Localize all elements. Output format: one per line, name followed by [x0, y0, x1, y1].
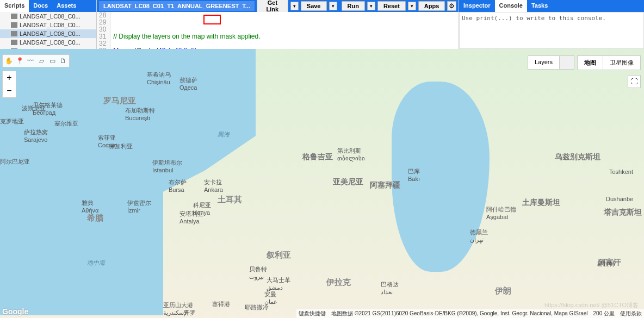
city-label: 巴格达بغداد	[381, 280, 399, 296]
file-icon	[11, 22, 17, 28]
file-list: LANDSAT_LC08_C0... LANDSAT_LC08_C0... LA…	[0, 12, 96, 49]
save-button[interactable]: Save	[301, 1, 327, 11]
city-label: 阿什哈巴德Aşgabat	[486, 205, 516, 220]
tab-console[interactable]: Console	[495, 0, 527, 12]
country-label: 塔吉克斯坦	[604, 208, 642, 217]
fullscreen-icon[interactable]: ⛶	[628, 75, 641, 88]
save-dropdown[interactable]: ▾	[329, 2, 337, 10]
zoom-out-button[interactable]: −	[3, 84, 16, 97]
file-icon	[11, 31, 17, 36]
run-button[interactable]: Run	[342, 1, 365, 11]
map[interactable]: ✋ 📍 〰 ▱ ▭ 🗋 + − Layers 地图 卫星图像 ⛶ 罗马尼亚 希腊…	[0, 49, 644, 318]
file-item[interactable]: LANDSAT_LC08_C0...	[0, 21, 96, 29]
city-label: 亚历山大港الإسكندرية	[163, 301, 193, 316]
console-panel: Inspector Console Tasks Use print(...) t…	[459, 0, 644, 49]
country-label: 伊拉克	[326, 277, 351, 288]
reset-dropdown[interactable]: ▾	[408, 2, 416, 10]
city-label: 赫拉特	[597, 260, 615, 268]
new-layer-icon[interactable]: 🗋	[58, 56, 68, 66]
code-lines[interactable]: // Display the layers on the map with ma…	[111, 12, 356, 49]
maptype-satellite-button[interactable]: 卫星图像	[603, 56, 640, 70]
watermark: https://blog.csdn.net/ @51CTO博客	[544, 301, 639, 309]
scripts-panel: Scripts Docs Assets LANDSAT_LC08_C0... L…	[0, 0, 97, 49]
map-toolbox: ✋ 📍 〰 ▱ ▭ 🗋	[2, 54, 70, 67]
city-label: 安卡拉Ankara	[204, 178, 223, 193]
zoom-in-button[interactable]: +	[3, 71, 16, 84]
tab-tasks[interactable]: Tasks	[527, 0, 552, 12]
maptype-map-button[interactable]: 地图	[578, 56, 603, 70]
google-logo: Google	[2, 307, 28, 316]
zoom-control: + −	[2, 71, 16, 98]
right-tabs: Inspector Console Tasks	[459, 0, 644, 12]
tab-scripts[interactable]: Scripts	[0, 0, 29, 12]
city-label: Toshkent	[609, 169, 633, 175]
city-label: 科尼亚Konya	[193, 201, 211, 216]
caspian-sea	[392, 82, 490, 272]
country-label: 格鲁吉亚	[302, 152, 333, 162]
city-label: Dushanbe	[606, 196, 633, 202]
apps-button[interactable]: Apps	[418, 1, 445, 11]
polygon-tool-icon[interactable]: ▱	[36, 56, 46, 66]
gear-icon[interactable]: ⚙	[447, 1, 456, 11]
terms-link[interactable]: 使用条款	[620, 310, 642, 317]
file-icon	[11, 14, 17, 19]
country-label: 亚美尼亚	[333, 177, 363, 187]
line-gutter: 282930313233	[97, 12, 111, 49]
hand-tool-icon[interactable]: ✋	[4, 56, 14, 66]
city-label: 塞得港	[212, 300, 230, 308]
marker-tool-icon[interactable]: 📍	[15, 56, 24, 66]
script-title[interactable]: LANDSAT_LC08_C01_T1_ANNUAL_GREENEST_T...	[99, 1, 255, 11]
get-link-dropdown[interactable]: ▾	[290, 2, 299, 10]
city-label: 耶路撒冷	[245, 303, 269, 311]
country-label: 叙利亚	[267, 250, 291, 260]
reset-button[interactable]: Reset	[377, 1, 406, 11]
line-tool-icon[interactable]: 〰	[26, 56, 35, 66]
city-label: 贝鲁特بيروت	[249, 265, 267, 280]
mediterranean-sea	[0, 190, 163, 315]
editor-toolbar: LANDSAT_LC08_C01_T1_ANNUAL_GREENEST_T...…	[97, 0, 459, 12]
highlight-box	[203, 15, 221, 24]
tab-docs[interactable]: Docs	[29, 0, 52, 12]
map-attribution: 键盘快捷键 地图数据 ©2021 GS(2011)6020 GeoBasis-D…	[296, 309, 644, 318]
rect-tool-icon[interactable]: ▭	[47, 56, 57, 66]
layers-button[interactable]: Layers	[528, 56, 560, 69]
file-icon	[11, 40, 17, 45]
country-label: 阿富汗	[598, 258, 621, 267]
file-item[interactable]: LANDSAT_LC08_C0...	[0, 12, 96, 21]
shortcuts-link[interactable]: 键盘快捷键	[299, 310, 326, 317]
city-label: 第比利斯თბილისი	[337, 147, 365, 162]
country-label: 土库曼斯坦	[522, 198, 560, 208]
tab-inspector[interactable]: Inspector	[459, 0, 495, 12]
city-label: 开罗	[184, 309, 196, 317]
country-label: 伊朗	[495, 286, 511, 296]
file-item[interactable]: LANDSAT_LC08_C0...	[0, 38, 96, 47]
maptype-control: 地图 卫星图像	[577, 55, 641, 70]
tab-assets[interactable]: Assets	[52, 0, 81, 12]
left-tabs: Scripts Docs Assets	[0, 0, 96, 12]
editor-panel: LANDSAT_LC08_C01_T1_ANNUAL_GREENEST_T...…	[97, 0, 459, 49]
city-label: 安曼عمان	[264, 290, 277, 305]
mapdata-text: 地图数据 ©2021 GS(2011)6020 GeoBasis-DE/BKG …	[331, 310, 587, 317]
layers-control: Layers	[528, 55, 574, 70]
city-label: 安塔利亚Antalya	[179, 210, 203, 225]
scale-text: 200 公里	[593, 310, 615, 317]
country-label: 乌兹别克斯坦	[555, 152, 600, 162]
country-label: 土耳其	[218, 195, 242, 205]
layers-dropdown-icon[interactable]	[560, 56, 574, 69]
code-editor[interactable]: 282930313233 // Display the layers on th…	[97, 12, 459, 49]
city-label: 大马士革دمشق	[267, 276, 290, 291]
run-dropdown[interactable]: ▾	[367, 2, 375, 10]
console-body[interactable]: Use print(...) to write to this console.	[459, 12, 644, 49]
file-item[interactable]: LANDSAT_LC08_C0...	[0, 29, 96, 38]
